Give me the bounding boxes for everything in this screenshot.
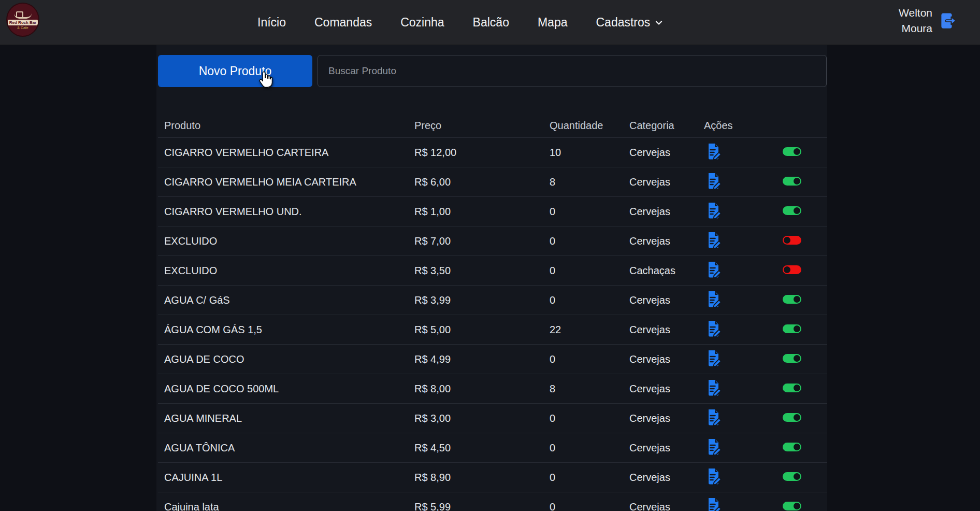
active-toggle[interactable] — [783, 147, 801, 156]
product-category: Cervejas — [629, 324, 704, 336]
product-price: R$ 4,50 — [414, 442, 550, 454]
product-name: CIGARRO VERMELHO UND. — [158, 206, 414, 218]
nav-dropdown-cadastros[interactable]: Cadastros — [596, 16, 662, 30]
table-row: AGUA MINERAL R$ 3,00 0 Cervejas — [158, 403, 827, 433]
nav-item-cozinha[interactable]: Cozinha — [400, 16, 444, 30]
product-category: Cachaças — [629, 265, 704, 277]
user-last-name: Moura — [899, 21, 932, 36]
product-price: R$ 1,00 — [414, 206, 550, 218]
edit-product-button[interactable] — [704, 172, 723, 191]
active-toggle[interactable] — [783, 502, 801, 510]
edit-product-button[interactable] — [704, 202, 723, 220]
search-product-input[interactable] — [318, 55, 827, 87]
active-toggle[interactable] — [783, 177, 801, 186]
active-toggle[interactable] — [783, 206, 801, 215]
active-toggle[interactable] — [783, 236, 801, 245]
product-name: AGUA MINERAL — [158, 413, 414, 424]
active-toggle[interactable] — [783, 324, 801, 333]
table-row: CIGARRO VERMELHO CARTEIRA R$ 12,00 10 Ce… — [158, 137, 827, 167]
file-edit-icon — [704, 379, 722, 396]
active-toggle[interactable] — [783, 354, 801, 363]
table-row: Cajuina lata R$ 5,99 0 Cervejas — [158, 492, 827, 511]
file-edit-icon — [704, 438, 722, 456]
edit-product-button[interactable] — [704, 290, 723, 309]
logout-button[interactable] — [940, 12, 958, 30]
table-row: AGUA DE COCO R$ 4,99 0 Cervejas — [158, 344, 827, 374]
product-name: EXCLUIDO — [158, 235, 414, 247]
nav-item-mapa[interactable]: Mapa — [538, 16, 568, 30]
product-category: Cervejas — [629, 501, 704, 511]
product-quantity: 0 — [550, 472, 629, 484]
product-name: Cajuina lata — [158, 501, 414, 511]
product-quantity: 0 — [550, 442, 629, 454]
product-quantity: 0 — [550, 353, 629, 365]
edit-product-button[interactable] — [704, 261, 723, 279]
table-body: CIGARRO VERMELHO CARTEIRA R$ 12,00 10 Ce… — [158, 137, 827, 511]
file-edit-icon — [704, 320, 722, 337]
product-price: R$ 5,00 — [414, 324, 550, 336]
active-toggle[interactable] — [783, 472, 801, 481]
file-edit-icon — [704, 467, 722, 485]
active-toggle[interactable] — [783, 384, 801, 392]
product-category: Cervejas — [629, 235, 704, 247]
product-category: Cervejas — [629, 294, 704, 306]
product-name: CAJUINA 1L — [158, 472, 414, 484]
product-category: Cervejas — [629, 147, 704, 159]
table-row: CIGARRO VERMELHO MEIA CARTEIRA R$ 6,00 8… — [158, 167, 827, 196]
file-edit-icon — [704, 143, 722, 160]
active-toggle[interactable] — [783, 443, 801, 451]
product-price: R$ 5,99 — [414, 501, 550, 511]
user-area: Welton Moura — [899, 5, 958, 36]
product-quantity: 8 — [550, 176, 629, 188]
product-price: R$ 3,00 — [414, 413, 550, 424]
user-first-name: Welton — [899, 5, 932, 21]
table-row: CAJUINA 1L R$ 8,90 0 Cervejas — [158, 462, 827, 492]
table-row: AGUA DE COCO 500ML R$ 8,00 8 Cervejas — [158, 374, 827, 403]
product-quantity: 0 — [550, 501, 629, 511]
edit-product-button[interactable] — [704, 379, 723, 398]
edit-product-button[interactable] — [704, 408, 723, 427]
column-header-quantidade: Quantidade — [550, 120, 629, 132]
active-toggle[interactable] — [783, 265, 801, 274]
table-row: EXCLUIDO R$ 7,00 0 Cervejas — [158, 226, 827, 255]
edit-product-button[interactable] — [704, 497, 723, 511]
product-category: Cervejas — [629, 206, 704, 218]
edit-product-button[interactable] — [704, 231, 723, 250]
product-quantity: 0 — [550, 265, 629, 277]
edit-product-button[interactable] — [704, 320, 723, 338]
product-quantity: 0 — [550, 294, 629, 306]
file-edit-icon — [704, 172, 722, 190]
product-category: Cervejas — [629, 383, 704, 395]
edit-product-button[interactable] — [704, 438, 723, 457]
edit-product-button[interactable] — [704, 143, 723, 161]
file-edit-icon — [704, 231, 722, 249]
logo-title: Red Rock Bar — [8, 20, 38, 25]
edit-product-button[interactable] — [704, 467, 723, 486]
product-price: R$ 12,00 — [414, 147, 550, 159]
product-quantity: 0 — [550, 235, 629, 247]
table-row: EXCLUIDO R$ 3,50 0 Cachaças — [158, 255, 827, 285]
product-price: R$ 8,90 — [414, 472, 550, 484]
file-edit-icon — [704, 261, 722, 278]
product-category: Cervejas — [629, 472, 704, 484]
product-name: CIGARRO VERMELHO CARTEIRA — [158, 147, 414, 159]
product-name: CIGARRO VERMELHO MEIA CARTEIRA — [158, 176, 414, 188]
new-product-button[interactable]: Novo Produto — [158, 55, 312, 87]
brand-logo[interactable]: Red Rock Bar & Cafe — [6, 3, 39, 37]
active-toggle[interactable] — [783, 413, 801, 422]
chevron-down-icon — [655, 19, 662, 26]
logo-art-icon — [14, 10, 32, 19]
top-navbar: Red Rock Bar & Cafe Início Comandas Cozi… — [0, 0, 980, 45]
logout-door-icon — [940, 12, 958, 30]
file-edit-icon — [704, 202, 722, 219]
file-edit-icon — [704, 349, 722, 367]
main-nav: Início Comandas Cozinha Balcão Mapa Cada… — [257, 0, 662, 45]
file-edit-icon — [704, 408, 722, 426]
nav-item-comandas[interactable]: Comandas — [314, 16, 372, 30]
nav-item-inicio[interactable]: Início — [257, 16, 286, 30]
product-category: Cervejas — [629, 176, 704, 188]
table-row: AGUA TÔNICA R$ 4,50 0 Cervejas — [158, 433, 827, 462]
nav-item-balcao[interactable]: Balcão — [473, 16, 509, 30]
active-toggle[interactable] — [783, 295, 801, 304]
edit-product-button[interactable] — [704, 349, 723, 368]
